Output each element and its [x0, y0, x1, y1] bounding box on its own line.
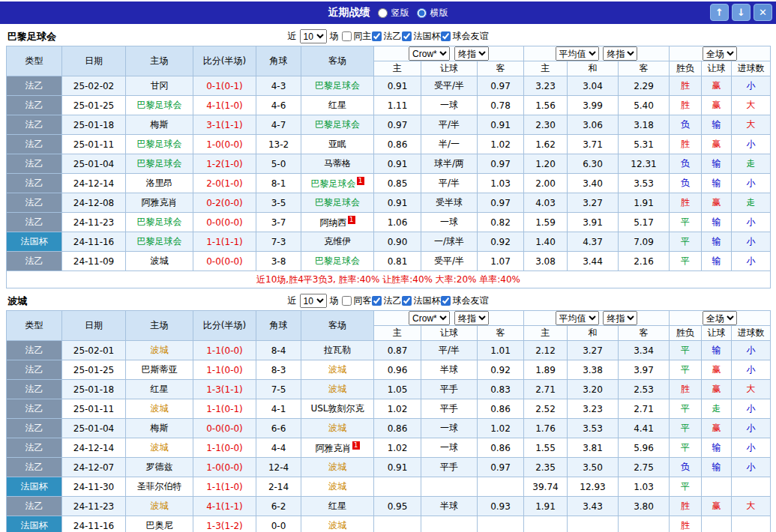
scroll-up-button[interactable]: ↑: [710, 4, 729, 21]
avg-home-odds-cell: [524, 516, 568, 532]
filter-checkbox-法国杯[interactable]: 法国杯: [402, 294, 441, 307]
home-odds-cell: 0.90: [374, 232, 421, 252]
checkbox-label: 同客: [354, 294, 372, 307]
result-cell: 平: [670, 477, 702, 497]
home-team-cell: 红星: [126, 380, 193, 399]
away-odds-cell: 0.78: [478, 96, 524, 115]
away-odds-cell: 0.86: [478, 438, 524, 458]
checkbox-input[interactable]: [372, 31, 382, 41]
handicap-cell: 半球: [421, 497, 478, 516]
avg-draw-odds-cell: 3.44: [568, 252, 619, 271]
home-odds-cell: 0.81: [374, 252, 421, 271]
checkbox-input[interactable]: [342, 31, 352, 41]
checkbox-input[interactable]: [372, 296, 382, 306]
league-cell: 法乙: [7, 341, 62, 360]
bookmaker-select[interactable]: Crow*: [409, 46, 450, 61]
summary-row: 近10场,胜4平3负3, 胜率:40% 让胜率:40% 大率:20% 单率:40…: [7, 271, 771, 288]
match-row: 法乙25-01-11巴黎足球会1-0(0-0)13-2亚眠0.86半/一1.02…: [7, 135, 771, 154]
result-cell: 平: [670, 252, 702, 271]
checkbox-input[interactable]: [441, 296, 451, 306]
avg-stage-select[interactable]: 终指: [603, 311, 637, 325]
col-score: 比分(半场): [193, 46, 256, 76]
home-odds-cell: 0.87: [374, 341, 421, 360]
goals-result-cell: 小: [732, 341, 771, 360]
average-select-group: 平均值 终指: [524, 46, 670, 61]
filter-checkbox-球会友谊[interactable]: 球会友谊: [441, 30, 489, 43]
date-cell: 25-01-04: [62, 419, 126, 438]
col-asian: 让球: [702, 326, 732, 341]
filter-checkbox-球会友谊[interactable]: 球会友谊: [441, 294, 489, 307]
home-odds-cell: 1.06: [374, 213, 421, 232]
odds-stage-select[interactable]: 终指: [454, 311, 489, 325]
league-cell: 法国杯: [7, 516, 62, 532]
filter-checkbox-法国杯[interactable]: 法国杯: [402, 30, 441, 43]
home-odds-cell: 0.91: [374, 458, 421, 477]
sub-handicap: 让球: [421, 326, 478, 341]
home-team-cell: 梅斯: [126, 419, 193, 438]
corner-cell: 13-2: [256, 135, 301, 154]
bookmaker-select[interactable]: Crow*: [409, 311, 450, 325]
score-cell: 1-3(1-2): [193, 516, 256, 532]
goals-result-cell: 大: [732, 115, 771, 135]
avg-draw-odds-cell: 3.71: [568, 135, 619, 154]
away-odds-cell: 0.92: [478, 360, 524, 380]
avg-stage-select[interactable]: 终指: [603, 46, 637, 61]
away-team-cell: 波城: [301, 516, 374, 532]
match-count-select[interactable]: 10: [300, 29, 327, 43]
asian-result-cell: 走: [702, 399, 732, 419]
average-select[interactable]: 平均值: [556, 311, 599, 325]
league-cell: 法乙: [7, 458, 62, 477]
goals-result-cell: 小: [732, 399, 771, 419]
home-team-cell: 巴黎足球会: [126, 154, 193, 174]
col-type: 类型: [7, 46, 62, 76]
fulltime-select[interactable]: 全场: [703, 46, 737, 61]
asian-result-cell: 输: [702, 252, 732, 271]
away-team-cell: 拉瓦勒: [301, 341, 374, 360]
avg-draw-odds-cell: 3.23: [568, 399, 619, 419]
col-goals: 进球数: [732, 61, 771, 76]
home-team-cell: 洛里昂: [126, 174, 193, 193]
odds-stage-select[interactable]: 终指: [454, 46, 489, 61]
fulltime-select[interactable]: 全场: [703, 311, 737, 325]
layout-radio-横版[interactable]: 横版: [417, 7, 448, 19]
checkbox-input[interactable]: [402, 31, 412, 41]
close-button[interactable]: ✕: [754, 4, 772, 21]
result-cell: 胜: [670, 193, 702, 213]
handicap-cell: [421, 516, 478, 532]
filter-checkbox-同客[interactable]: 同客: [342, 294, 372, 307]
layout-radio-竖版[interactable]: 竖版: [378, 7, 409, 19]
goals-result-cell: 走: [732, 154, 771, 174]
layout-radio-group: 竖版横版: [378, 7, 448, 19]
filter-checkbox-法乙[interactable]: 法乙: [372, 30, 402, 43]
home-team-cell: 巴奥尼: [126, 516, 193, 532]
handicap-cell: 球半/两: [421, 154, 478, 174]
handicap-cell: 平手: [421, 458, 478, 477]
checkbox-input[interactable]: [441, 31, 451, 41]
layout-radio-input[interactable]: [417, 8, 427, 18]
layout-radio-input[interactable]: [378, 8, 388, 18]
filter-checkbox-同主[interactable]: 同主: [342, 30, 372, 43]
handicap-select-group: Crow* 终指: [374, 311, 524, 326]
col-date: 日期: [62, 311, 126, 341]
home-team-cell: 波城: [126, 497, 193, 516]
avg-home-odds-cell: 1.89: [524, 360, 568, 380]
average-select[interactable]: 平均值: [556, 46, 599, 61]
layout-radio-label: 竖版: [391, 7, 409, 19]
result-cell: 平: [670, 399, 702, 419]
filter-checkbox-法乙[interactable]: 法乙: [372, 294, 402, 307]
home-odds-cell: 1.05: [374, 380, 421, 399]
asian-result-cell: 赢: [702, 380, 732, 399]
sub-avg-draw: 和: [568, 326, 619, 341]
away-team-cell: 波城: [301, 380, 374, 399]
away-odds-cell: 0.97: [478, 154, 524, 174]
col-away: 客场: [301, 46, 374, 76]
away-team-cell: 红星: [301, 497, 374, 516]
checkbox-input[interactable]: [402, 296, 412, 306]
scroll-down-button[interactable]: ↓: [732, 4, 751, 21]
avg-away-odds-cell: 3.97: [619, 360, 670, 380]
asian-result-cell: [702, 516, 732, 532]
match-count-select[interactable]: 10: [300, 294, 327, 308]
avg-away-odds-cell: 2.29: [619, 76, 670, 96]
goals-result-cell: [732, 516, 771, 532]
checkbox-input[interactable]: [342, 296, 352, 306]
